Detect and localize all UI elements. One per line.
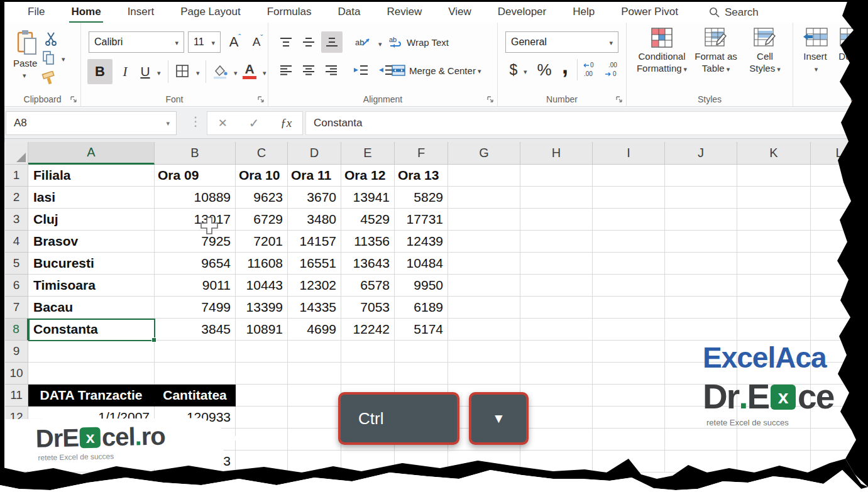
cell-K4[interactable] <box>737 231 811 253</box>
column-header-G[interactable]: G <box>448 142 520 165</box>
align-left-button[interactable] <box>276 60 296 79</box>
delete-cells-button[interactable]: Delete <box>835 28 868 83</box>
cell-A8[interactable]: Constanta <box>28 319 155 341</box>
font-dialog-launcher-icon[interactable] <box>257 96 265 103</box>
cell-E8[interactable]: 12242 <box>341 319 395 341</box>
cell-D8[interactable]: 4699 <box>288 319 341 341</box>
cell-C11[interactable] <box>236 385 288 407</box>
cell-F9[interactable] <box>395 341 448 363</box>
cell-B3[interactable]: 13017 <box>155 209 236 231</box>
cell-I1[interactable] <box>593 165 665 187</box>
cell-J6[interactable] <box>665 275 737 297</box>
cell-D1[interactable]: Ora 11 <box>288 165 341 187</box>
tab-power-pivot[interactable]: Power Pivot <box>608 2 691 23</box>
cell-F6[interactable]: 9950 <box>395 275 448 297</box>
fill-color-caret-icon[interactable] <box>232 67 238 78</box>
cell-L6[interactable] <box>811 275 868 297</box>
cell-K[interactable] <box>737 451 811 473</box>
tab-review[interactable]: Review <box>373 2 435 23</box>
cell-D10[interactable] <box>288 363 341 385</box>
column-header-E[interactable]: E <box>341 142 395 165</box>
cell-L[interactable] <box>811 451 868 473</box>
formula-bar-drag-dots-icon[interactable]: ⋮ <box>189 114 202 129</box>
insert-function-icon[interactable]: ƒx <box>280 116 292 130</box>
cell-F5[interactable]: 10484 <box>395 253 448 275</box>
cell-A9[interactable] <box>28 341 155 363</box>
cell-C2[interactable]: 9623 <box>236 187 288 209</box>
cell-G6[interactable] <box>448 275 520 297</box>
grow-font-button[interactable]: Aˆ <box>226 33 244 52</box>
cell-I[interactable] <box>593 451 665 473</box>
cell-L[interactable] <box>811 429 868 451</box>
accounting-caret-icon[interactable] <box>522 65 527 77</box>
cell-A2[interactable]: Iasi <box>28 187 155 209</box>
bottom-align-button[interactable] <box>321 31 343 53</box>
accounting-format-button[interactable]: $ <box>507 59 520 80</box>
paste-dropdown-caret-icon[interactable] <box>21 69 26 80</box>
cell-E5[interactable]: 13643 <box>341 253 395 275</box>
cell-H[interactable] <box>520 429 593 451</box>
row-header-10[interactable]: 10 <box>5 363 28 385</box>
cell-L5[interactable] <box>811 253 868 275</box>
cell-C3[interactable]: 6729 <box>236 209 288 231</box>
cell-E9[interactable] <box>341 341 395 363</box>
cell-L1[interactable] <box>811 165 868 187</box>
cell-D[interactable] <box>288 451 341 473</box>
cell-B1[interactable]: Ora 09 <box>155 165 236 187</box>
cell-F8[interactable]: 5174 <box>395 319 448 341</box>
copy-button[interactable] <box>41 50 56 65</box>
format-as-table-button[interactable]: Format as Table <box>692 28 740 83</box>
cell-H2[interactable] <box>520 187 593 209</box>
font-color-caret-icon[interactable] <box>261 67 266 78</box>
cell-L4[interactable] <box>811 231 868 253</box>
cell-J7[interactable] <box>665 297 737 319</box>
cell-C4[interactable]: 7201 <box>236 231 288 253</box>
cell-E[interactable] <box>341 451 395 473</box>
column-header-C[interactable]: C <box>236 142 288 165</box>
comma-style-button[interactable]: , <box>558 54 572 78</box>
cell-I7[interactable] <box>593 297 665 319</box>
cell-B2[interactable]: 10889 <box>155 187 236 209</box>
cell-E6[interactable]: 6578 <box>341 275 395 297</box>
cell-J8[interactable] <box>665 319 737 341</box>
cell-J4[interactable] <box>665 231 737 253</box>
cell-H6[interactable] <box>520 275 593 297</box>
column-header-B[interactable]: B <box>155 142 236 165</box>
cut-button[interactable] <box>43 31 58 46</box>
top-align-button[interactable] <box>276 33 296 52</box>
column-header-D[interactable]: D <box>288 142 341 165</box>
tab-page-layout[interactable]: Page Layout <box>167 2 253 23</box>
cell-K7[interactable] <box>737 297 811 319</box>
cell-G9[interactable] <box>448 341 520 363</box>
wrap-text-button[interactable]: ab Wrap Text <box>389 34 490 50</box>
column-header-K[interactable]: K <box>737 142 811 165</box>
row-header-7[interactable]: 7 <box>5 297 28 319</box>
cell-I9[interactable] <box>593 341 665 363</box>
number-format-select[interactable]: General <box>505 31 618 53</box>
cell-I10[interactable] <box>593 363 665 385</box>
cell-I2[interactable] <box>593 187 665 209</box>
cell-B4[interactable]: 7925 <box>155 231 236 253</box>
cell-B9[interactable] <box>155 341 236 363</box>
cell-H7[interactable] <box>520 297 593 319</box>
cell-C[interactable] <box>236 451 288 473</box>
percent-style-button[interactable]: % <box>534 59 554 80</box>
cell-G8[interactable] <box>448 319 520 341</box>
cell-F1[interactable]: Ora 13 <box>395 165 448 187</box>
cell-C[interactable] <box>236 429 288 451</box>
cell-A6[interactable]: Timisoara <box>28 275 155 297</box>
cell-B5[interactable]: 9654 <box>155 253 236 275</box>
cell-E3[interactable]: 4529 <box>341 209 395 231</box>
tab-developer[interactable]: Developer <box>485 2 560 23</box>
borders-caret-icon[interactable] <box>194 67 200 78</box>
number-dialog-launcher-icon[interactable] <box>615 96 623 103</box>
cell-K[interactable] <box>737 429 811 451</box>
cell-G7[interactable] <box>448 297 520 319</box>
cell-L8[interactable] <box>811 319 868 341</box>
column-header-F[interactable]: F <box>395 142 448 165</box>
underline-button[interactable]: U <box>136 59 154 84</box>
cell-G2[interactable] <box>448 187 520 209</box>
name-box[interactable]: A8 ▾ <box>6 111 177 135</box>
cell-I12[interactable] <box>593 407 665 429</box>
cell-F[interactable] <box>395 451 448 473</box>
